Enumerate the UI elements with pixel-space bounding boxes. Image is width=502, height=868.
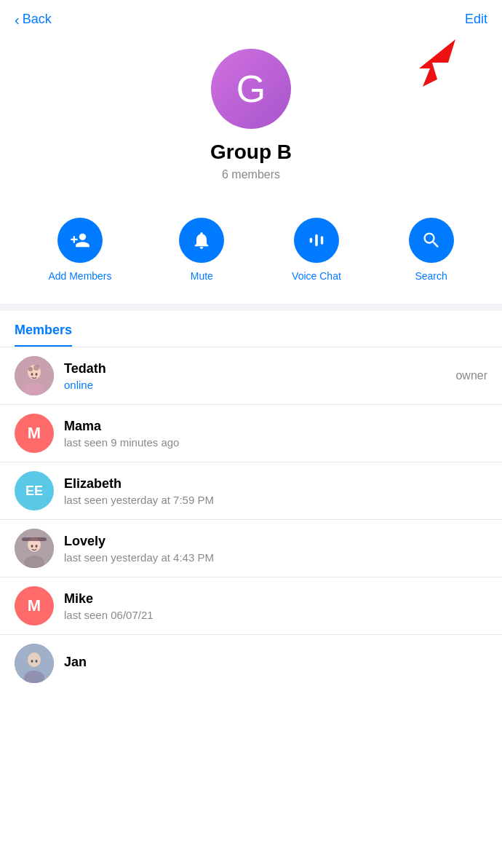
voice-chat-icon-circle (294, 218, 339, 263)
member-info: Jan (64, 655, 487, 672)
member-item[interactable]: Lovely last seen yesterday at 4:43 PM (0, 520, 502, 577)
member-item[interactable]: Jan (0, 635, 502, 692)
member-name: Mike (64, 591, 487, 607)
add-members-label: Add Members (48, 270, 111, 282)
group-name: Group B (210, 141, 292, 164)
mute-icon (191, 230, 212, 250)
member-status: last seen 06/07/21 (64, 609, 487, 621)
lovely-avatar-image (15, 529, 54, 568)
svg-point-9 (31, 373, 33, 376)
svg-point-10 (36, 373, 38, 376)
member-status: last seen 9 minutes ago (64, 436, 487, 449)
member-name: Mama (64, 419, 487, 434)
member-name: Lovely (64, 534, 487, 549)
group-avatar: G (211, 49, 291, 129)
search-label: Search (415, 270, 447, 282)
jan-avatar-image (15, 644, 54, 683)
member-info: Mama last seen 9 minutes ago (64, 419, 487, 449)
svg-point-20 (31, 660, 33, 663)
svg-rect-3 (321, 236, 324, 245)
svg-point-18 (28, 652, 41, 667)
back-chevron-icon: ‹ (15, 12, 20, 27)
mute-icon-circle (179, 218, 224, 263)
member-avatar (15, 529, 54, 568)
member-item[interactable]: M Mama last seen 9 minutes ago (0, 405, 502, 462)
section-divider (0, 304, 502, 311)
member-avatar: M (15, 586, 54, 626)
member-avatar: EE (15, 471, 54, 510)
svg-point-7 (28, 367, 33, 371)
svg-rect-16 (22, 537, 47, 541)
member-name: Tedath (64, 361, 445, 376)
svg-point-21 (36, 660, 38, 663)
members-header: Members (0, 311, 502, 347)
member-item[interactable]: EE Elizabeth last seen yesterday at 7:59… (0, 462, 502, 520)
search-icon (421, 230, 442, 250)
mute-action[interactable]: Mute (179, 218, 224, 282)
action-buttons: Add Members Mute Voice Chat (0, 203, 502, 304)
member-status: last seen yesterday at 4:43 PM (64, 551, 487, 564)
member-avatar-letter: M (28, 424, 41, 443)
search-action[interactable]: Search (409, 218, 454, 282)
voice-chat-icon (306, 230, 327, 250)
member-avatar: M (15, 414, 54, 453)
back-label: Back (23, 12, 52, 27)
member-role: owner (455, 369, 487, 382)
mute-label: Mute (191, 270, 213, 282)
search-icon-circle (409, 218, 454, 263)
member-avatar (15, 644, 54, 683)
add-members-action[interactable]: Add Members (48, 218, 111, 282)
svg-point-8 (33, 365, 39, 371)
member-avatar-letter: M (28, 596, 41, 615)
svg-rect-1 (310, 238, 313, 243)
member-name: Jan (64, 655, 487, 670)
profile-section: G Group B 6 members (0, 34, 502, 203)
group-avatar-letter: G (236, 67, 266, 111)
add-members-icon (70, 230, 90, 250)
member-item[interactable]: M Mike last seen 06/07/21 (0, 577, 502, 635)
member-avatar-letter: EE (25, 484, 43, 499)
member-info: Tedath online (64, 361, 445, 391)
member-info: Lovely last seen yesterday at 4:43 PM (64, 534, 487, 564)
header: ‹ Back Edit (0, 0, 502, 34)
member-status: last seen yesterday at 7:59 PM (64, 494, 487, 506)
svg-point-14 (31, 545, 33, 548)
member-name: Elizabeth (64, 476, 487, 492)
edit-button[interactable]: Edit (465, 12, 487, 27)
svg-point-15 (36, 545, 38, 548)
svg-rect-2 (315, 234, 318, 246)
member-avatar (15, 356, 54, 395)
member-count: 6 members (222, 168, 280, 181)
add-members-icon-circle (57, 218, 103, 263)
member-info: Mike last seen 06/07/21 (64, 591, 487, 621)
members-title: Members (15, 323, 72, 347)
tedath-avatar-image (15, 356, 54, 395)
member-status: online (64, 379, 445, 391)
member-item[interactable]: Tedath online owner (0, 347, 502, 405)
voice-chat-action[interactable]: Voice Chat (292, 218, 341, 282)
members-section: Members Tedath online o (0, 311, 502, 692)
voice-chat-label: Voice Chat (292, 270, 341, 282)
back-button[interactable]: ‹ Back (15, 12, 52, 27)
member-info: Elizabeth last seen yesterday at 7:59 PM (64, 476, 487, 506)
